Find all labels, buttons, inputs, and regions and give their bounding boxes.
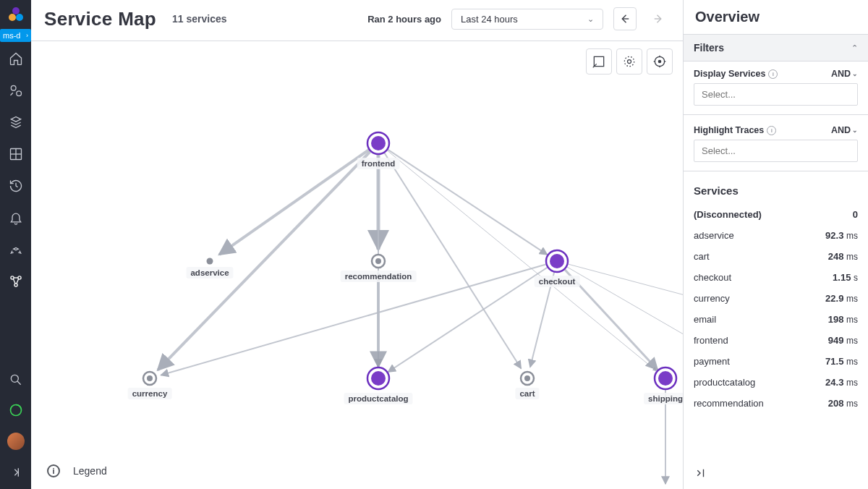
nav-boards[interactable]: [8, 146, 24, 162]
chevron-down-icon: ⌄: [852, 70, 858, 77]
time-range-label: Last 24 hours: [461, 14, 518, 25]
graph-node-label: currency: [128, 388, 172, 399]
graph-node-productcatalog[interactable]: [367, 367, 389, 389]
svg-point-53: [524, 375, 530, 381]
layout-button[interactable]: [616, 48, 642, 75]
graph-node-currency[interactable]: [143, 372, 156, 385]
nav-explore[interactable]: [8, 82, 24, 98]
overview-panel: Overview Filters ⌃ Display Services i AN…: [683, 0, 868, 489]
svg-line-26: [219, 150, 369, 255]
service-map-canvas[interactable]: frontendadservicerecommendationcheckoutc…: [31, 41, 683, 489]
canvas-toolbar: [586, 48, 673, 75]
legend-label: Legend: [73, 465, 107, 477]
graph-node-label: adservice: [186, 267, 233, 278]
page-title: Service Map: [44, 8, 156, 30]
graph-node-recommendation[interactable]: [372, 255, 385, 268]
service-row[interactable]: checkout1.15 s: [694, 267, 858, 288]
info-icon: i: [47, 464, 60, 477]
service-row[interactable]: email198 ms: [694, 309, 858, 330]
chevron-down-icon: ⌄: [587, 14, 594, 24]
graph-node-label: productcatalog: [344, 393, 412, 404]
panel-collapse[interactable]: [684, 459, 868, 489]
graph-node-checkout[interactable]: [546, 250, 568, 272]
svg-line-39: [568, 264, 683, 303]
highlight-traces-op[interactable]: AND ⌄: [831, 125, 858, 135]
graph-node-label: cart: [515, 388, 539, 399]
svg-point-43: [207, 258, 213, 265]
svg-line-31: [385, 153, 522, 369]
nav-collaborate[interactable]: [8, 242, 24, 258]
graph-node-shipping[interactable]: [655, 367, 676, 389]
panel-title: Overview: [684, 0, 868, 34]
svg-line-13: [17, 381, 21, 385]
svg-line-5: [10, 93, 12, 95]
graph-node-adservice[interactable]: [207, 258, 213, 265]
graph-node-label: recommendation: [341, 271, 417, 282]
page-subtitle: 11 services: [172, 13, 227, 25]
display-services-label: Display Services: [694, 69, 765, 79]
time-back-button[interactable]: [613, 7, 637, 30]
nav-alerts[interactable]: [8, 210, 24, 226]
svg-point-21: [658, 60, 660, 62]
nav-collapse[interactable]: [8, 464, 24, 480]
run-status: Ran 2 hours ago: [367, 14, 441, 25]
brand-logo[interactable]: [6, 4, 26, 25]
svg-point-2: [12, 7, 20, 14]
filters-label: Filters: [694, 42, 724, 54]
svg-point-51: [371, 371, 386, 386]
svg-point-18: [628, 60, 631, 64]
graph-node-cart[interactable]: [521, 372, 534, 385]
svg-line-28: [388, 150, 547, 255]
env-tag-label: ms-d: [3, 31, 20, 40]
nav-home[interactable]: [8, 51, 24, 67]
legend-toggle[interactable]: i Legend: [47, 464, 107, 477]
graph-node-label: shipping: [644, 393, 683, 404]
focus-button[interactable]: [647, 48, 673, 75]
svg-line-17: [593, 64, 597, 67]
svg-line-29: [158, 151, 370, 370]
services-list: Services (Disconnected) 0 adservice92.3 …: [684, 174, 868, 417]
display-services-op[interactable]: AND ⌄: [831, 69, 858, 79]
svg-point-12: [11, 375, 18, 382]
svg-line-32: [387, 150, 656, 371]
service-row[interactable]: recommendation208 ms: [694, 393, 858, 414]
chevron-right-icon: ›: [26, 32, 28, 39]
svg-point-3: [11, 85, 16, 90]
service-row[interactable]: currency22.9 ms: [694, 288, 858, 309]
svg-point-19: [624, 56, 634, 66]
nav-service-map[interactable]: [8, 273, 24, 289]
chevron-up-icon: ⌃: [851, 43, 858, 53]
services-disconnected-row[interactable]: (Disconnected) 0: [694, 204, 858, 225]
nav-datasets[interactable]: [8, 114, 24, 130]
graph-svg: [31, 41, 683, 489]
time-range-selector[interactable]: Last 24 hours ⌄: [451, 9, 603, 30]
display-services-input[interactable]: [694, 83, 858, 106]
svg-point-42: [371, 136, 386, 150]
nav-search[interactable]: [8, 372, 24, 388]
time-forward-button: [647, 7, 670, 30]
service-row[interactable]: frontend949 ms: [694, 330, 858, 351]
services-title: Services: [694, 184, 858, 197]
info-icon[interactable]: i: [768, 69, 778, 79]
highlight-traces-input[interactable]: [694, 140, 858, 162]
env-selector[interactable]: ms-d›: [0, 29, 31, 42]
info-icon[interactable]: i: [767, 126, 776, 135]
left-nav: ms-d›: [0, 0, 31, 489]
nav-history[interactable]: [8, 178, 24, 194]
graph-node-label: frontend: [357, 158, 400, 169]
svg-point-0: [9, 14, 16, 21]
chevron-down-icon: ⌄: [852, 127, 858, 134]
service-row[interactable]: payment71.5 ms: [694, 351, 858, 372]
service-row[interactable]: adservice92.3 ms: [694, 225, 858, 246]
svg-point-45: [375, 258, 381, 264]
user-avatar[interactable]: [7, 433, 25, 450]
highlight-traces-filter: Highlight Traces i AND ⌄: [684, 118, 868, 174]
service-row[interactable]: productcatalog24.3 ms: [694, 372, 858, 393]
page-header: Service Map 11 services Ran 2 hours ago …: [31, 0, 683, 41]
svg-point-1: [16, 14, 23, 21]
nav-usage[interactable]: [8, 402, 24, 418]
graph-node-frontend[interactable]: [367, 132, 389, 154]
service-row[interactable]: cart248 ms: [694, 246, 858, 267]
filters-header[interactable]: Filters ⌃: [684, 34, 868, 61]
fit-view-button[interactable]: [586, 48, 612, 75]
